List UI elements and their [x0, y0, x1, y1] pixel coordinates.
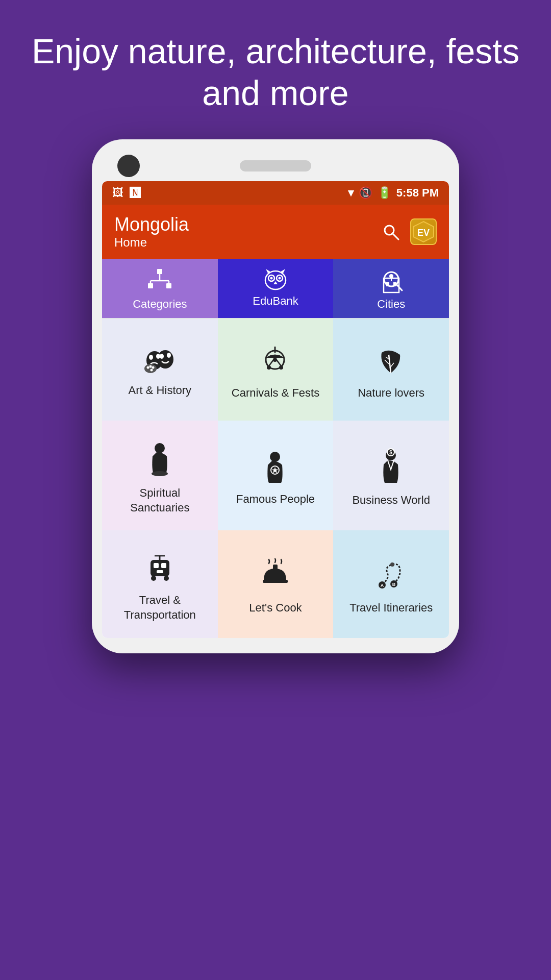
network-icon: 🅽: [130, 186, 141, 200]
tab-cities-label: Cities: [377, 298, 405, 311]
art-history-label: Art & History: [129, 383, 191, 398]
app-bar: Mongolia Home EV: [102, 205, 449, 259]
status-bar: 🖼 🅽 ▾ 📵 🔋 5:58 PM: [102, 181, 449, 205]
svg-rect-58: [161, 563, 166, 568]
battery-icon: 🔋: [378, 186, 391, 200]
svg-point-50: [270, 452, 280, 462]
phone-screen: 🖼 🅽 ▾ 📵 🔋 5:58 PM Mongolia Home: [102, 181, 449, 638]
tab-categories[interactable]: Categories: [102, 259, 218, 318]
svg-point-36: [150, 369, 153, 372]
svg-marker-18: [273, 281, 278, 284]
cook-icon: [259, 558, 292, 592]
app-title-block: Mongolia Home: [114, 214, 189, 250]
business-label: Business World: [352, 493, 430, 508]
svg-rect-61: [157, 570, 163, 573]
app-title: Mongolia: [114, 214, 189, 235]
status-time: 5:58 PM: [396, 186, 439, 200]
svg-text:A: A: [381, 583, 384, 588]
category-art-history[interactable]: Art & History: [102, 318, 218, 421]
tab-edubank[interactable]: EduBank: [218, 259, 334, 318]
category-spiritual[interactable]: Spiritual Sanctuaries: [102, 421, 218, 530]
travel-icon: [143, 551, 177, 584]
svg-point-70: [390, 562, 394, 567]
ev-badge[interactable]: EV: [410, 218, 437, 245]
edubank-icon: [263, 268, 288, 290]
hero-heading: Enjoy nature, architecture, fests and mo…: [0, 31, 551, 114]
svg-point-16: [270, 277, 273, 280]
travel-label: Travel & Transportation: [112, 593, 208, 622]
status-right-area: ▾ 📵 🔋 5:58 PM: [348, 186, 439, 200]
svg-rect-6: [166, 283, 171, 288]
category-nature[interactable]: Nature lovers: [333, 318, 449, 421]
tab-edubank-label: EduBank: [253, 295, 298, 308]
spiritual-icon: [143, 441, 177, 477]
svg-rect-57: [154, 563, 159, 568]
tab-categories-label: Categories: [133, 298, 187, 311]
svg-point-29: [167, 353, 171, 358]
phone-camera: [117, 155, 140, 177]
phone-physical-top: [102, 155, 449, 177]
category-grid: Art & History: [102, 318, 449, 638]
app-bar-actions: EV: [382, 218, 437, 245]
svg-line-39: [269, 358, 275, 366]
image-icon: 🖼: [112, 186, 123, 200]
svg-rect-4: [157, 269, 162, 274]
business-icon: $: [374, 448, 408, 484]
svg-rect-65: [273, 565, 278, 570]
nature-label: Nature lovers: [358, 386, 424, 401]
wifi-icon: ▾: [348, 186, 354, 200]
app-subtitle: Home: [114, 235, 189, 250]
svg-text:B: B: [392, 582, 396, 587]
svg-point-49: [152, 471, 168, 476]
phone-speaker: [240, 160, 311, 172]
cities-icon: [379, 268, 404, 293]
svg-point-17: [279, 277, 281, 280]
status-left-icons: 🖼 🅽: [112, 186, 141, 200]
svg-point-59: [151, 576, 156, 581]
famous-label: Famous People: [236, 492, 315, 507]
svg-point-28: [160, 354, 164, 359]
svg-point-41: [267, 365, 271, 370]
svg-point-42: [279, 365, 283, 370]
svg-point-34: [149, 365, 152, 368]
svg-point-33: [146, 366, 149, 369]
nature-icon: [374, 344, 408, 377]
svg-point-35: [152, 366, 154, 369]
art-history-icon: [143, 346, 177, 374]
svg-rect-56: [151, 560, 169, 576]
svg-rect-64: [263, 580, 288, 583]
category-cook[interactable]: Let's Cook: [218, 530, 334, 638]
cook-label: Let's Cook: [249, 601, 302, 616]
svg-point-27: [157, 350, 173, 369]
category-travel[interactable]: Travel & Transportation: [102, 530, 218, 638]
svg-point-31: [156, 354, 160, 359]
svg-rect-5: [148, 283, 153, 288]
svg-point-30: [149, 355, 153, 360]
svg-line-1: [393, 234, 398, 239]
svg-point-60: [164, 576, 169, 581]
categories-icon: [147, 268, 172, 293]
search-button[interactable]: [382, 223, 400, 241]
svg-text:$: $: [389, 450, 392, 455]
category-business[interactable]: $ Business World: [333, 421, 449, 530]
svg-line-40: [275, 358, 281, 366]
category-famous[interactable]: Famous People: [218, 421, 334, 530]
svg-text:EV: EV: [417, 228, 430, 238]
carnivals-label: Carnivals & Fests: [232, 386, 319, 401]
spiritual-label: Spiritual Sanctuaries: [112, 486, 208, 515]
category-itinerary[interactable]: A B Travel Itineraries: [333, 530, 449, 638]
nav-tabs: Categories: [102, 259, 449, 318]
category-carnivals[interactable]: Carnivals & Fests: [218, 318, 334, 421]
svg-point-24: [389, 274, 393, 278]
svg-point-48: [155, 443, 165, 453]
itinerary-label: Travel Itineraries: [349, 601, 433, 616]
itinerary-icon: A B: [374, 558, 408, 592]
famous-icon: [259, 450, 292, 483]
carnivals-icon: [259, 344, 292, 377]
sim-icon: 📵: [359, 186, 372, 200]
tab-cities[interactable]: Cities: [333, 259, 449, 318]
phone-mockup: 🖼 🅽 ▾ 📵 🔋 5:58 PM Mongolia Home: [92, 139, 459, 653]
